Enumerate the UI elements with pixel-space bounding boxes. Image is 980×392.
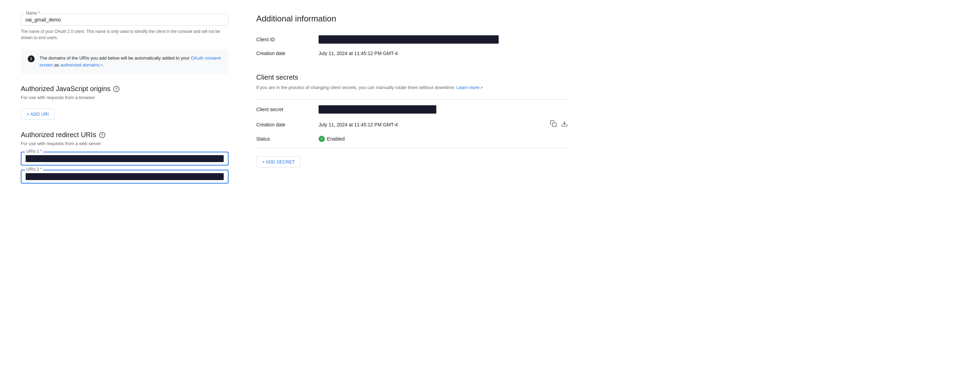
redirect-uris-title: Authorized redirect URIs ? — [21, 131, 229, 139]
secrets-divider — [256, 99, 568, 100]
js-origins-subtitle: For use with requests from a browser — [21, 95, 229, 100]
uris2-wrapper: URIs 2 * — [21, 170, 229, 183]
client-secret-value — [318, 105, 436, 113]
client-secret-row: Client secret Creation date July 11, 202… — [256, 102, 568, 145]
client-secrets-title: Client secrets — [256, 73, 568, 81]
uris1-wrapper: URIs 1 * — [21, 152, 229, 166]
uris2-label: URIs 2 * — [25, 167, 43, 172]
learn-more-link[interactable]: Learn more — [457, 85, 479, 90]
uris1-value[interactable] — [25, 155, 224, 162]
info-text: The domains of the URIs you add below wi… — [40, 55, 222, 68]
secret-status-value: ✓ Enabled — [318, 136, 345, 142]
uris1-group: URIs 1 * — [21, 152, 229, 166]
left-panel: Name * The name of your OAuth 2.0 client… — [21, 14, 229, 192]
name-hint: The name of your OAuth 2.0 client. This … — [21, 29, 229, 41]
additional-info-table: Client ID Creation date July 11, 2024 at… — [256, 32, 568, 60]
info-text-after: . — [102, 62, 104, 67]
name-input-wrapper: Name * — [21, 14, 229, 25]
info-text-between: as — [53, 62, 60, 67]
additional-info-title: Additional information — [256, 14, 568, 24]
secret-status-label: Status — [256, 136, 305, 142]
redirect-uris-help-icon[interactable]: ? — [99, 132, 105, 138]
redirect-uris-section: Authorized redirect URIs ? For use with … — [21, 131, 229, 183]
secret-value-row: Client secret — [256, 102, 550, 116]
download-icon[interactable] — [561, 120, 568, 127]
client-id-row: Client ID — [256, 32, 568, 47]
js-origins-help-icon[interactable]: ? — [113, 86, 119, 92]
status-text: Enabled — [327, 136, 345, 142]
enabled-check-icon: ✓ — [318, 136, 325, 142]
creation-date-value: July 11, 2024 at 11:45:12 PM GMT-4 — [318, 51, 398, 56]
secret-creation-date-value: July 11, 2024 at 11:45:12 PM GMT-4 — [318, 122, 398, 127]
add-uri-label: + ADD URI — [27, 112, 49, 117]
client-secret-label: Client secret — [256, 107, 305, 112]
info-text-before: The domains of the URIs you add below wi… — [40, 56, 191, 61]
client-secrets-hint: If you are in the process of changing cl… — [256, 84, 568, 91]
svg-rect-0 — [553, 123, 557, 126]
secret-creation-date-row: Creation date July 11, 2024 at 11:45:12 … — [256, 119, 550, 130]
js-origins-section: Authorized JavaScript origins ? For use … — [21, 85, 229, 120]
copy-icon[interactable] — [550, 120, 557, 127]
client-secrets-hint-before: If you are in the process of changing cl… — [256, 85, 457, 90]
add-secret-label: + ADD SECRET — [262, 159, 295, 164]
authorized-domains-link[interactable]: authorized domains — [60, 62, 99, 67]
secret-actions — [550, 120, 568, 127]
js-origins-title: Authorized JavaScript origins ? — [21, 85, 229, 93]
client-id-value — [318, 35, 499, 44]
uris1-label: URIs 1 * — [25, 149, 43, 154]
info-icon: i — [28, 56, 35, 62]
uris2-value[interactable] — [25, 173, 224, 180]
additional-info-section: Additional information Client ID Creatio… — [256, 14, 568, 167]
add-secret-button[interactable]: + ADD SECRET — [256, 156, 301, 167]
name-label: Name * — [25, 11, 41, 16]
secret-creation-date-label: Creation date — [256, 122, 305, 127]
redirect-uris-subtitle: For use with requests from a web server — [21, 141, 229, 146]
add-uri-button[interactable]: + ADD URI — [21, 108, 55, 120]
uris2-group: URIs 2 * — [21, 170, 229, 183]
creation-date-label: Creation date — [256, 51, 305, 56]
secret-status-row: Status ✓ Enabled — [256, 133, 550, 145]
right-panel: Additional information Client ID Creatio… — [256, 14, 568, 192]
creation-date-row: Creation date July 11, 2024 at 11:45:12 … — [256, 47, 568, 60]
client-id-label: Client ID — [256, 37, 305, 42]
name-input[interactable] — [25, 17, 224, 22]
name-field-group: Name * The name of your OAuth 2.0 client… — [21, 14, 229, 41]
secrets-bottom-divider — [256, 148, 568, 148]
info-box: i The domains of the URIs you add below … — [21, 49, 229, 74]
